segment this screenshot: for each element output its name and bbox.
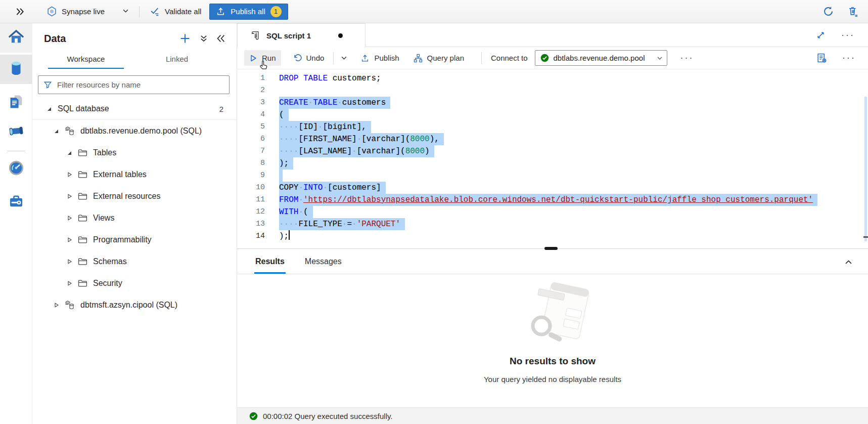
code-line-3[interactable]: 3CREATE·TABLE·customers [237,97,868,109]
publish-count-badge: 1 [270,6,282,17]
expand-nav-icon[interactable] [15,7,24,16]
tree-item-dbtmsft-azsyn-cipool-sql[interactable]: dbtmsft.azsyn.cipool (SQL) [32,294,237,316]
tree-item-external-resources[interactable]: External resources [32,185,237,207]
nav-integrate-button[interactable] [0,117,32,147]
tree-item-schemas[interactable]: Schemas [32,250,237,272]
tree-item-external-tables[interactable]: External tables [32,163,237,185]
top-command-bar: Synapse live Validate all Publish all 1 [0,0,868,23]
code-line-11[interactable]: 11FROM·'https://dbtlabsynapsedatalake.bl… [237,194,868,206]
editor-more-actions-icon[interactable]: ··· [840,53,858,63]
code-line-10[interactable]: 10COPY·INTO·[customers] [237,182,868,194]
tree-item-sql-database[interactable]: SQL database2 [32,98,237,120]
code-line-content: CREATE·TABLE·customers [279,97,390,109]
line-number: 14 [237,230,272,242]
tree-item-label: Views [93,214,114,223]
folder-icon [78,258,87,266]
caret-collapsed-icon[interactable] [53,302,60,308]
expand-editor-icon[interactable] [816,31,825,39]
caret-collapsed-icon[interactable] [66,193,73,199]
nav-manage-button[interactable] [0,188,32,217]
undo-label: Undo [306,54,325,62]
properties-icon[interactable] [816,53,827,63]
code-line-4[interactable]: 4( [237,109,868,121]
discard-all-icon[interactable] [847,6,859,17]
code-line-13[interactable]: 13····FILE_TYPE·=·'PARQUET' [237,218,868,230]
refresh-icon[interactable] [823,6,834,17]
code-line-14[interactable]: 14); [237,230,868,242]
tree-item-security[interactable]: Security [32,272,237,294]
no-results-illustration [510,281,596,352]
chevron-down-icon [657,55,663,61]
tab-results[interactable]: Results [254,257,286,274]
tree-item-dbtlabs-revenue-demo-pool-sql[interactable]: dbtlabs.revenue.demo.pool (SQL) [32,120,237,142]
splitter-drag-handle[interactable] [544,247,558,250]
validate-label: Validate all [165,7,201,16]
publish-button[interactable]: Publish [355,50,404,66]
nav-develop-button[interactable] [0,88,32,117]
tab-sql-script-1[interactable]: SQL script 1 [237,23,366,47]
results-panel: No results to show Your query yielded no… [237,274,868,407]
tab-linked[interactable]: Linked [139,51,215,69]
nav-monitor-button[interactable] [0,155,32,183]
caret-expanded-icon[interactable] [66,150,73,156]
sql-pool-icon [65,126,75,136]
left-hub-nav [0,23,32,424]
code-line-9[interactable]: 9 [237,169,868,182]
caret-collapsed-icon[interactable] [66,215,73,221]
caret-collapsed-icon[interactable] [66,237,73,243]
code-line-8[interactable]: 8); [237,157,868,169]
caret-expanded-icon[interactable] [53,128,60,134]
code-line-2[interactable]: 2 [237,84,868,97]
tab-workspace[interactable]: Workspace [48,51,124,69]
run-options-chevron[interactable] [338,51,350,65]
nav-data-button[interactable] [0,55,32,84]
collapse-results-icon[interactable] [844,258,853,267]
code-line-content: FROM·'https://dbtlabsynapsedatalake.blob… [279,194,817,206]
line-number: 6 [237,133,272,145]
filter-input[interactable] [56,80,224,90]
caret-collapsed-icon[interactable] [66,280,73,286]
publish-all-button[interactable]: Publish all 1 [209,4,288,20]
add-resource-icon[interactable] [179,32,191,45]
tree-item-tables[interactable]: Tables [32,142,237,163]
code-line-content: ); [279,157,293,169]
publish-label: Publish [374,54,399,62]
code-line-content: ····[FIRST_NAME]·[varchar](8000), [279,133,444,145]
caret-expanded-icon[interactable] [45,106,53,112]
caret-collapsed-icon[interactable] [66,259,73,265]
code-line-12[interactable]: 12WITH·( [237,206,868,218]
pool-select[interactable]: dbtlabs.revenue.demo.pool [535,50,667,66]
mode-selector[interactable]: Synapse live [47,6,129,17]
synapse-logo-icon [47,6,57,17]
text-cursor [289,230,290,240]
panel-splitter[interactable] [237,248,868,249]
collapse-all-icon[interactable] [199,34,208,43]
tree-item-programmability[interactable]: Programmability [32,229,237,250]
validate-all-button[interactable]: Validate all [150,6,201,17]
line-number: 13 [237,218,272,230]
query-plan-button[interactable]: Query plan [408,50,469,66]
tree-item-label: Security [93,279,122,288]
undo-button[interactable]: Undo [288,50,330,66]
code-line-7[interactable]: 7····[LAST_NAME]·[varchar](8000) [237,145,868,157]
line-number: 4 [237,109,272,121]
sql-code-editor[interactable]: 1DROP TABLE customers;23CREATE·TABLE·cus… [237,69,868,248]
code-line-content: WITH·( [279,206,313,218]
nav-home-button[interactable] [0,23,32,53]
code-line-5[interactable]: 5····[ID]·[bigint], [237,121,868,133]
tree-item-views[interactable]: Views [32,207,237,229]
toolbar-more-icon[interactable]: ··· [678,53,696,63]
run-button[interactable]: Run [244,50,281,66]
tree-item-label: Programmability [93,235,152,244]
collapse-panel-icon[interactable] [216,34,225,43]
code-line-1[interactable]: 1DROP TABLE customers; [237,72,868,84]
caret-collapsed-icon[interactable] [66,172,73,178]
synapse-studio-window: Synapse live Validate all Publish all 1 [0,0,868,424]
home-icon [8,29,24,47]
database-icon [9,60,24,78]
tree-item-label: External tables [93,170,147,179]
tab-more-actions-icon[interactable]: ··· [839,30,857,40]
tab-messages[interactable]: Messages [304,257,343,274]
code-line-6[interactable]: 6····[FIRST_NAME]·[varchar](8000), [237,133,868,145]
tree-item-label: SQL database [58,104,109,113]
